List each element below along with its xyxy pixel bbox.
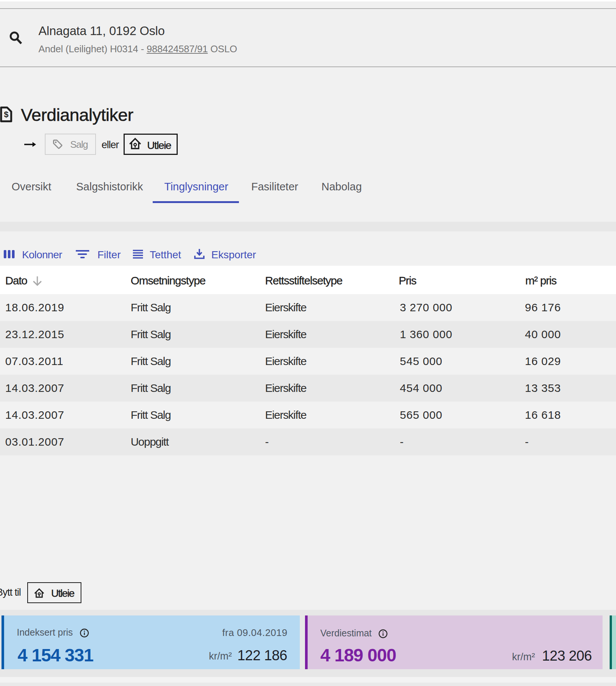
svg-text:$: $: [4, 110, 8, 119]
